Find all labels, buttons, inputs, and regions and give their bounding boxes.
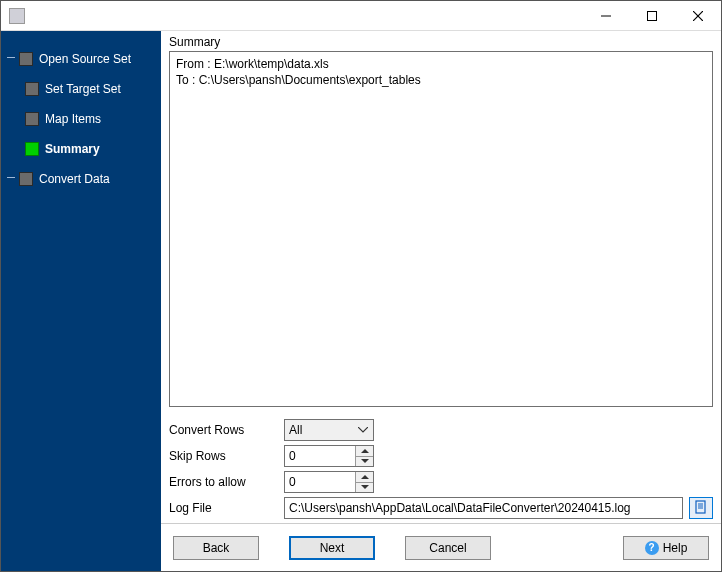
panel-header: Summary [161,31,721,51]
convert-rows-label: Convert Rows [169,423,284,437]
step-status-icon [19,52,33,66]
button-bar: Back Next Cancel ? Help [161,523,721,571]
errors-allow-up[interactable] [356,472,373,483]
maximize-button[interactable] [629,1,675,30]
minimize-button[interactable] [583,1,629,30]
main-window: Open Source SetSet Target SetMap ItemsSu… [0,0,722,572]
svg-rect-1 [648,11,657,20]
wizard-step-open-source-set[interactable]: Open Source Set [7,47,161,71]
step-status-icon [19,172,33,186]
errors-allow-label: Errors to allow [169,475,284,489]
summary-text: From : E:\work\temp\data.xls To : C:\Use… [169,51,713,407]
errors-allow-spinner[interactable] [284,471,374,493]
wizard-step-label: Map Items [45,112,101,126]
wizard-step-label: Open Source Set [39,52,131,66]
wizard-step-map-items[interactable]: Map Items [25,107,161,131]
errors-allow-down[interactable] [356,483,373,493]
convert-rows-select[interactable]: All [284,419,374,441]
skip-rows-up[interactable] [356,446,373,457]
log-file-input[interactable] [284,497,683,519]
cancel-button[interactable]: Cancel [405,536,491,560]
file-icon [694,500,708,517]
wizard-step-convert-data[interactable]: Convert Data [7,167,161,191]
wizard-step-label: Convert Data [39,172,110,186]
tree-toggle-icon[interactable] [7,173,17,183]
errors-allow-input[interactable] [285,472,355,492]
svg-rect-4 [696,501,705,513]
skip-rows-label: Skip Rows [169,449,284,463]
wizard-step-set-target-set[interactable]: Set Target Set [25,77,161,101]
step-status-icon [25,112,39,126]
help-button[interactable]: ? Help [623,536,709,560]
skip-rows-input[interactable] [285,446,355,466]
back-button[interactable]: Back [173,536,259,560]
skip-rows-down[interactable] [356,457,373,467]
wizard-step-label: Set Target Set [45,82,121,96]
wizard-step-label: Summary [45,142,100,156]
next-button[interactable]: Next [289,536,375,560]
browse-log-button[interactable] [689,497,713,519]
skip-rows-spinner[interactable] [284,445,374,467]
close-button[interactable] [675,1,721,30]
app-icon [9,8,25,24]
wizard-step-summary[interactable]: Summary [25,137,161,161]
titlebar [1,1,721,31]
step-status-icon [25,82,39,96]
wizard-sidebar: Open Source SetSet Target SetMap ItemsSu… [1,31,161,571]
tree-toggle-icon[interactable] [7,53,17,63]
log-file-label: Log File [169,501,284,515]
step-status-icon [25,142,39,156]
help-icon: ? [645,541,659,555]
